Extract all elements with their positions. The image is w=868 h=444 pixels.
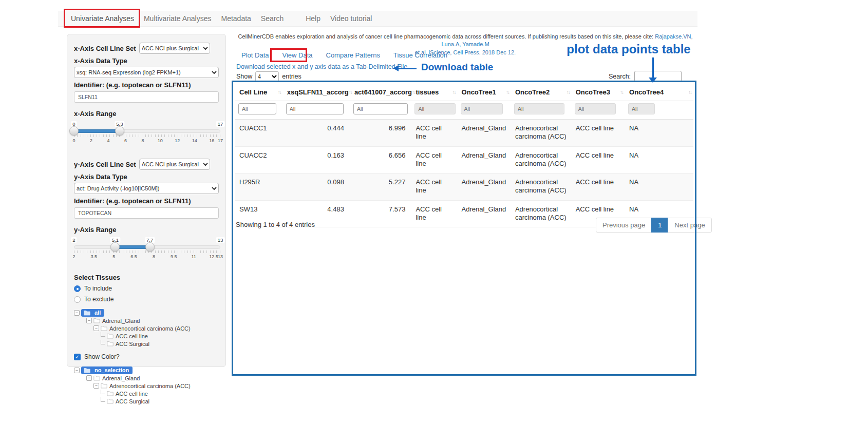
tree-node-selected[interactable]: no_selection bbox=[81, 366, 133, 374]
tissues-exclude-option[interactable]: To exclude bbox=[74, 296, 219, 303]
tab-tissue-correlation[interactable]: Tissue Correlation bbox=[393, 51, 447, 59]
tree-collapse-icon[interactable]: − bbox=[93, 325, 99, 331]
show-color-label: Show Color? bbox=[84, 353, 120, 360]
slider-selected-bar bbox=[74, 129, 120, 133]
sort-icon[interactable]: ↑↓ bbox=[412, 89, 415, 95]
x-identifier-input[interactable] bbox=[74, 91, 219, 103]
column-filter-input bbox=[514, 103, 564, 114]
folder-icon bbox=[107, 341, 114, 346]
folder-icon bbox=[84, 368, 90, 373]
tree-collapse-icon[interactable]: − bbox=[74, 368, 80, 373]
column-header-label: Cell Line bbox=[239, 88, 267, 96]
column-header-xsqslfn11-accorg[interactable]: xsqSLFN11_accorg↑↓ bbox=[283, 83, 350, 101]
column-header-label: xsqSLFN11_accorg bbox=[287, 88, 349, 96]
tree-collapse-icon[interactable]: − bbox=[93, 383, 99, 389]
y-identifier-input[interactable] bbox=[74, 207, 219, 219]
column-filter-input[interactable] bbox=[238, 103, 276, 114]
table-cell: H295R bbox=[235, 173, 283, 201]
sort-icon[interactable]: ↑↓ bbox=[567, 89, 570, 95]
tree-node-label: Adrenocortical carcinoma (ACC) bbox=[109, 325, 191, 332]
column-filter-input[interactable] bbox=[286, 103, 344, 114]
y-cell-line-set-select[interactable]: ACC NCI plus Surgical bbox=[139, 159, 210, 170]
tree-leaf-acc-cell-line[interactable]: ACC cell line bbox=[74, 390, 219, 397]
tree-node-label: all bbox=[95, 310, 101, 316]
x-axis-range-slider[interactable]: 05.317024681012141617 bbox=[74, 121, 220, 145]
nav-metadata[interactable]: Metadata bbox=[221, 14, 251, 23]
tab-plot-data[interactable]: Plot Data bbox=[241, 51, 269, 59]
tree-node-label: ACC Surgical bbox=[116, 341, 149, 347]
y-data-type-select[interactable]: act: Drug Activity (-log10[IC50M]) bbox=[74, 183, 219, 194]
show-color-option[interactable]: ✓ Show Color? bbox=[74, 353, 219, 360]
entries-count-select[interactable]: 4 bbox=[255, 71, 279, 82]
radio-exclude-icon[interactable] bbox=[74, 296, 81, 303]
y-axis-range-slider[interactable]: 25.17.71323.556.589.51112.513 bbox=[74, 237, 220, 261]
column-filter-input[interactable] bbox=[353, 103, 408, 114]
nav-multivariate-analyses[interactable]: Multivariate Analyses bbox=[144, 14, 212, 23]
tree-leaf-acc-surgical[interactable]: ACC Surgical bbox=[74, 340, 219, 348]
tree-collapse-icon[interactable]: − bbox=[86, 375, 92, 381]
tree-root-no_selection[interactable]: −no_selection bbox=[74, 366, 219, 374]
x-cell-line-set-label: x-Axis Cell Line Set bbox=[74, 45, 136, 52]
sort-icon[interactable]: ↑↓ bbox=[278, 89, 281, 95]
tab-view-data[interactable]: View Data bbox=[282, 51, 312, 59]
show-color-checkbox[interactable]: ✓ bbox=[74, 354, 81, 360]
tree-node-acc[interactable]: −Adrenocortical carcinoma (ACC) bbox=[74, 324, 219, 332]
pagination: Previous page 1 Next page bbox=[596, 218, 712, 233]
nav-univariate-analyses[interactable]: Univariate Analyses bbox=[71, 14, 134, 23]
page-1-button[interactable]: 1 bbox=[651, 218, 668, 233]
table-cell: 0.098 bbox=[283, 173, 350, 201]
tree-node-label: ACC Surgical bbox=[116, 398, 149, 404]
column-header-oncotree2[interactable]: OncoTree2↑↓ bbox=[511, 83, 572, 101]
column-header-oncotree4[interactable]: OncoTree4↑↓ bbox=[625, 83, 693, 101]
tree-leaf-acc-surgical[interactable]: ACC Surgical bbox=[74, 397, 219, 405]
plot-data-points-table: Cell Line↑↓xsqSLFN11_accorg↑↓act641007_a… bbox=[235, 83, 693, 227]
tree-collapse-icon[interactable]: − bbox=[86, 318, 92, 323]
nav-video-tutorial[interactable]: Video tutorial bbox=[330, 14, 372, 23]
filter-cell bbox=[235, 101, 283, 120]
tree-node-selected[interactable]: all bbox=[81, 309, 104, 317]
column-header-oncotree3[interactable]: OncoTree3↑↓ bbox=[572, 83, 625, 101]
tab-compare-patterns[interactable]: Compare Patterns bbox=[326, 51, 381, 59]
slider-tick-label: 10 bbox=[158, 138, 163, 143]
tissues-include-option[interactable]: To include bbox=[74, 285, 219, 292]
previous-page-button[interactable]: Previous page bbox=[596, 218, 652, 233]
sort-icon[interactable]: ↑↓ bbox=[688, 89, 691, 95]
table-search-input[interactable] bbox=[634, 71, 682, 82]
filter-cell bbox=[283, 101, 350, 120]
radio-include-icon[interactable] bbox=[74, 285, 81, 292]
next-page-button[interactable]: Next page bbox=[668, 218, 711, 233]
nav-help[interactable]: Help bbox=[306, 14, 320, 23]
x-data-type-select[interactable]: xsq: RNA-seq Expression (log2 FPKM+1) bbox=[74, 67, 219, 78]
nav-search[interactable]: Search bbox=[261, 14, 284, 23]
tree-collapse-icon[interactable]: − bbox=[74, 310, 80, 316]
tree-node-acc[interactable]: −Adrenocortical carcinoma (ACC) bbox=[74, 382, 219, 390]
column-header-cell-line[interactable]: Cell Line↑↓ bbox=[235, 83, 283, 101]
table-cell: Adrenocortical carcinoma (ACC) bbox=[511, 200, 572, 227]
tree-leaf-acc-cell-line[interactable]: ACC cell line bbox=[74, 332, 219, 340]
column-header-oncotree1[interactable]: OncoTree1↑↓ bbox=[458, 83, 511, 101]
data-table-wrap: Cell Line↑↓xsqSLFN11_accorg↑↓act641007_a… bbox=[235, 83, 693, 227]
include-label: To include bbox=[84, 285, 112, 292]
slider-handle-from[interactable] bbox=[69, 126, 79, 136]
slider-tick-labels: 23.556.589.51112.513 bbox=[74, 254, 220, 260]
sort-icon[interactable]: ↑↓ bbox=[349, 89, 352, 95]
sort-icon[interactable]: ↑↓ bbox=[506, 89, 509, 95]
slider-tick-label: 8 bbox=[153, 254, 155, 259]
table-header-row: Cell Line↑↓xsqSLFN11_accorg↑↓act641007_a… bbox=[235, 83, 693, 101]
column-header-tissues[interactable]: tissues↑↓ bbox=[411, 83, 457, 101]
tree-root-all[interactable]: −all bbox=[74, 309, 219, 317]
slider-handle-to[interactable] bbox=[115, 126, 124, 136]
folder-icon bbox=[107, 398, 114, 404]
tree-node-adrenal-gland[interactable]: −Adrenal_Gland bbox=[74, 317, 219, 324]
x-cell-line-set-select[interactable]: ACC NCI plus Surgical bbox=[139, 43, 210, 54]
tree-node-adrenal-gland[interactable]: −Adrenal_Gland bbox=[74, 374, 219, 382]
download-tab-delimited-link[interactable]: Download selected x and y axis data as a… bbox=[236, 63, 407, 70]
slider-handle-to[interactable] bbox=[145, 242, 155, 252]
y-identifier-label: Identifier: (e.g. topotecan or SLFN11) bbox=[74, 197, 219, 205]
sort-icon[interactable]: ↑↓ bbox=[452, 89, 456, 95]
slider-tick-labels: 024681012141617 bbox=[74, 138, 220, 144]
tree-node-label: ACC cell line bbox=[116, 333, 148, 339]
table-info-text: Showing 1 to 4 of 4 entries bbox=[236, 221, 315, 228]
sort-icon[interactable]: ↑↓ bbox=[620, 89, 623, 95]
column-header-act641007-accorg[interactable]: act641007_accorg↑↓ bbox=[350, 83, 412, 101]
